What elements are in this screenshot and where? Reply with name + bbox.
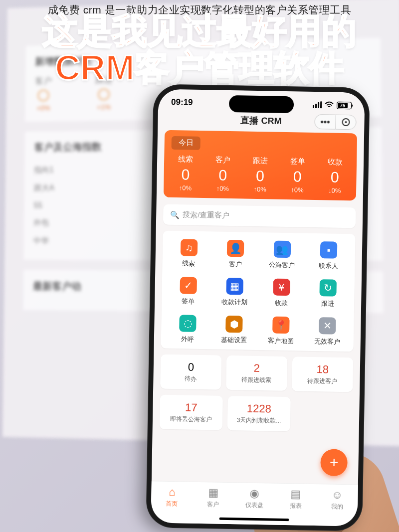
stat-2[interactable]: 跟进 0 ↑0% — [241, 156, 279, 193]
联系人-icon: ▪ — [320, 241, 338, 259]
phone-notch — [229, 95, 294, 113]
phone-screen: 09:19 75 直播 CRM ••• 今日 线索 0 ↑0% 客户 0 ↑0%… — [151, 89, 365, 526]
tab-我的-icon: ☺ — [316, 488, 358, 502]
grid-item-跟进[interactable]: ↻ 跟进 — [305, 279, 352, 309]
add-button[interactable]: + — [320, 449, 348, 476]
grid-item-无效客户[interactable]: ✕ 无效客户 — [304, 317, 351, 347]
stat-0[interactable]: 线索 0 ↑0% — [167, 155, 204, 192]
target-button[interactable] — [335, 115, 357, 130]
无效客户-icon: ✕ — [319, 317, 336, 335]
marketing-caption: 成免费 crm 是一款助力企业实现数字化转型的客户关系管理工具 这是我见过最好用… — [0, 0, 399, 86]
grid-item-外呼[interactable]: ◌ 外呼 — [164, 315, 211, 345]
stat-4[interactable]: 收款 0 ↓0% — [316, 157, 354, 194]
tab-首页[interactable]: ⌂ 首页 — [151, 485, 193, 523]
today-chip[interactable]: 今日 — [172, 136, 200, 150]
search-placeholder: 搜索/查重客户 — [183, 210, 229, 220]
app-grid-panel: ♫ 线索 👤 客户 👥 公海客户 ▪ 联系人 ✓ 签单 ▦ 收款计划 ¥ 收款 … — [161, 231, 356, 352]
grid-item-签单[interactable]: ✓ 签单 — [165, 277, 211, 307]
grid-item-收款[interactable]: ¥ 收款 — [258, 278, 305, 308]
caption-line1: 这是我见过最好用的 — [20, 13, 379, 50]
battery-icon: 75 — [337, 101, 352, 109]
收款-icon: ¥ — [273, 279, 290, 296]
caption-line2: CRM客户管理软件 — [20, 50, 379, 87]
card-即将丢公海客户[interactable]: 17 即将丢公海客户 — [160, 395, 223, 430]
tab-仪表盘-icon: ◉ — [234, 487, 275, 500]
signal-icon — [313, 101, 322, 108]
tab-首页-icon: ⌂ — [151, 485, 193, 499]
phone-device: 09:19 75 直播 CRM ••• 今日 线索 0 ↑0% 客户 0 ↑0%… — [146, 84, 370, 531]
grid-item-联系人[interactable]: ▪ 联系人 — [305, 241, 352, 271]
grid-item-客户地图[interactable]: 📍 客户地图 — [257, 316, 304, 346]
跟进-icon: ↻ — [320, 279, 337, 297]
签单-icon: ✓ — [180, 277, 197, 294]
grid-item-客户[interactable]: 👤 客户 — [212, 239, 259, 269]
today-stats-panel: 今日 线索 0 ↑0% 客户 0 ↑0% 跟进 0 ↑0% 签单 0 ↑0% 收… — [164, 130, 357, 201]
card-3天内到期收款...[interactable]: 1228 3天内到期收款... — [227, 396, 291, 431]
公海客户-icon: 👥 — [274, 241, 291, 258]
card-待办[interactable]: 0 待办 — [160, 355, 221, 390]
收款计划-icon: ▦ — [226, 278, 244, 295]
线索-icon: ♫ — [181, 239, 198, 256]
tab-客户-icon: ▦ — [193, 486, 234, 500]
外呼-icon: ◌ — [179, 315, 197, 332]
客户地图-icon: 📍 — [272, 317, 290, 334]
card-待跟进客户[interactable]: 18 待跟进客户 — [292, 356, 353, 392]
search-icon: 🔍 — [170, 210, 180, 219]
grid-item-线索[interactable]: ♫ 线索 — [165, 239, 212, 269]
tab-我的[interactable]: ☺ 我的 — [316, 488, 358, 526]
wifi-icon — [325, 101, 334, 108]
grid-item-公海客户[interactable]: 👥 公海客户 — [258, 240, 305, 270]
客户-icon: 👤 — [227, 240, 244, 257]
menu-button[interactable]: ••• — [314, 114, 336, 130]
stat-3[interactable]: 签单 0 ↑0% — [278, 157, 316, 194]
tab-bar: ⌂ 首页 ▦ 客户 ◉ 仪表盘 ▤ 报表 ☺ 我的 — [151, 481, 358, 526]
grid-item-收款计划[interactable]: ▦ 收款计划 — [211, 277, 258, 307]
stat-1[interactable]: 客户 0 ↑0% — [204, 155, 242, 192]
基础设置-icon: ⬢ — [225, 316, 243, 333]
tab-报表-icon: ▤ — [275, 488, 317, 501]
grid-item-基础设置[interactable]: ⬢ 基础设置 — [210, 315, 257, 345]
app-title: 直播 CRM — [240, 114, 281, 127]
status-time: 09:19 — [171, 97, 193, 108]
card-待跟进线索[interactable]: 2 待跟进线索 — [226, 355, 287, 391]
search-input[interactable]: 🔍 搜索/查重客户 — [163, 204, 356, 228]
